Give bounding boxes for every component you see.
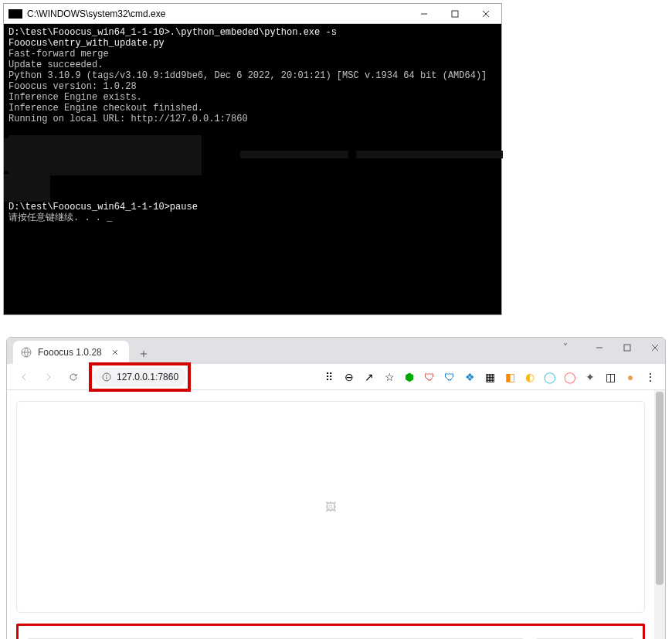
- zoom-icon[interactable]: ⊖: [342, 370, 356, 384]
- svg-rect-1: [452, 11, 458, 17]
- extension-icon[interactable]: 🛡: [443, 370, 456, 384]
- minimize-button[interactable]: [592, 341, 606, 355]
- close-button[interactable]: [648, 341, 662, 355]
- translate-icon[interactable]: ⠿: [322, 370, 336, 384]
- cmd-sysicon: [8, 9, 22, 19]
- star-icon[interactable]: ☆: [382, 370, 396, 384]
- browser-viewport: 🖼 Type prompt here. Generate Advanced Us…: [7, 390, 665, 639]
- cmd-window: C:\WINDOWS\system32\cmd.exe D:\test\Fooo…: [3, 3, 502, 315]
- tab-close-button[interactable]: [109, 346, 121, 359]
- address-bar-row: 127.0.0.1:7860 ⠿ ⊖ ↗ ☆ ⬢ 🛡 🛡 ❖ ▦ ◧ ◐ ◯ ◯…: [7, 364, 665, 390]
- extensions-menu-icon[interactable]: ✦: [583, 370, 597, 384]
- tab-title: Fooocus 1.0.28: [38, 347, 102, 358]
- cmd-line: Running on local URL: http://127.0.0.1:7…: [8, 114, 497, 124]
- cmd-fill: [8, 223, 497, 311]
- reload-button[interactable]: [64, 368, 83, 386]
- cmd-titlebar: C:\WINDOWS\system32\cmd.exe: [4, 4, 501, 24]
- browser-window: Fooocus 1.0.28 ˅ 127.0.0.1:7860: [6, 337, 666, 639]
- cmd-line: D:\test\Fooocus_win64_1-1-10>pause: [8, 202, 497, 212]
- share-icon[interactable]: ↗: [362, 370, 376, 384]
- cmd-line: Inference Engine checkout finished.: [8, 103, 497, 114]
- profile-avatar[interactable]: ●: [623, 370, 637, 384]
- omnibox[interactable]: 127.0.0.1:7860: [93, 367, 186, 387]
- site-info-icon[interactable]: [101, 372, 112, 382]
- page-content: 🖼 Type prompt here. Generate Advanced Us…: [7, 390, 654, 639]
- omnibox-wrap: 127.0.0.1:7860: [93, 367, 186, 387]
- cmd-line: 请按任意键继续. . .: [8, 212, 497, 223]
- kebab-menu-icon[interactable]: ⋮: [643, 370, 657, 384]
- cmd-line: Inference Engine exists.: [8, 92, 497, 103]
- tabstrip: Fooocus 1.0.28 ˅: [7, 338, 665, 364]
- svg-point-15: [106, 374, 107, 376]
- extension-icon[interactable]: ◯: [563, 370, 577, 384]
- extension-icon[interactable]: ⬢: [402, 370, 416, 384]
- cursor: [107, 212, 112, 223]
- svg-rect-10: [624, 345, 630, 351]
- cmd-line: Python 3.10.9 (tags/v3.10.9:1dd9be6, Dec…: [8, 70, 497, 81]
- extension-icon[interactable]: ◧: [503, 370, 517, 384]
- cmd-line: D:\test\Fooocus_win64_1-1-10>.\python_em…: [8, 27, 497, 49]
- extension-area: ⠿ ⊖ ↗ ☆ ⬢ 🛡 🛡 ❖ ▦ ◧ ◐ ◯ ◯ ✦ ◫ ● ⋮: [192, 370, 657, 384]
- chevron-down-icon[interactable]: ˅: [558, 341, 572, 355]
- scrollbar[interactable]: [654, 390, 665, 639]
- browser-window-controls: ˅: [558, 341, 662, 355]
- minimize-button[interactable]: [409, 4, 440, 24]
- globe-icon: [21, 347, 32, 358]
- close-button[interactable]: [470, 4, 501, 24]
- cmd-line: Fooocus version: 1.0.28: [8, 81, 497, 92]
- image-output-card: 🖼: [16, 401, 645, 613]
- side-panel-icon[interactable]: ◫: [603, 370, 617, 384]
- url-text: 127.0.0.1:7860: [117, 372, 178, 382]
- forward-button[interactable]: [39, 368, 58, 386]
- cmd-redacted-area: [8, 124, 497, 202]
- extension-icon[interactable]: ▦: [483, 370, 497, 384]
- new-tab-button[interactable]: [134, 344, 154, 364]
- image-placeholder-icon: 🖼: [325, 501, 336, 513]
- maximize-button[interactable]: [440, 4, 470, 24]
- extension-icon[interactable]: ❖: [463, 370, 477, 384]
- cmd-output: D:\test\Fooocus_win64_1-1-10>.\python_em…: [4, 24, 501, 314]
- cmd-window-controls: [409, 4, 501, 24]
- back-button[interactable]: [15, 368, 33, 386]
- extension-icon[interactable]: ◯: [543, 370, 557, 384]
- cmd-line: Fast-forward merge: [8, 49, 497, 59]
- maximize-button[interactable]: [620, 341, 634, 355]
- extension-icon[interactable]: 🛡: [423, 370, 436, 384]
- cmd-line: Update succeeded.: [8, 59, 497, 70]
- extension-icon[interactable]: ◐: [523, 370, 537, 384]
- annotation-highlight-prompt: Type prompt here. Generate Advanced: [16, 624, 645, 639]
- scrollbar-thumb[interactable]: [656, 392, 664, 585]
- tab-active[interactable]: Fooocus 1.0.28: [13, 341, 129, 364]
- cmd-title: C:\WINDOWS\system32\cmd.exe: [27, 8, 409, 19]
